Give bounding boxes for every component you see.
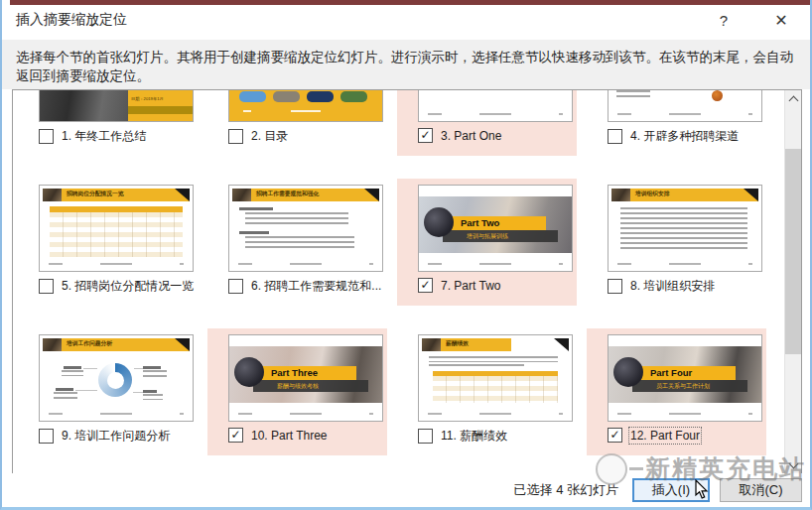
- thumb-text-lines: [429, 364, 524, 366]
- thumb-title: 招聘岗位分配情况一览: [67, 191, 124, 196]
- slide-thumbnail-3[interactable]: [418, 89, 573, 122]
- slide-cell-4[interactable]: 4. 开辟多种招聘渠道: [587, 89, 766, 156]
- thumb-text-lines: [620, 207, 747, 250]
- slide-label-5[interactable]: 5. 招聘岗位分配情况一览: [62, 278, 194, 295]
- thumb-table-body: [433, 376, 558, 403]
- thumb-art: 招聘工作需要规范和强化: [229, 186, 382, 271]
- close-icon[interactable]: ✕: [766, 9, 796, 33]
- thumb-connector: [75, 390, 97, 391]
- thumb-art: Part Two 培训与拓展训练: [419, 186, 572, 271]
- slide-cell-6[interactable]: 招聘工作需要规范和强化 6. 招聘工作需要规范和...: [207, 179, 387, 306]
- thumb-corner-triangle: [175, 338, 190, 351]
- thumb-callout-text: [54, 392, 77, 401]
- thumb-section-title: Part Four: [628, 366, 736, 380]
- slide-label-11[interactable]: 11. 薪酬绩效: [441, 428, 507, 445]
- scrollbar-thumb[interactable]: [785, 149, 802, 354]
- thumb-photo: [43, 189, 62, 201]
- slide-thumbnail-6[interactable]: 招聘工作需要规范和强化: [228, 185, 383, 272]
- thumb-tab: [307, 91, 334, 102]
- thumb-photo: [43, 338, 62, 351]
- slide-cell-11[interactable]: 薪酬绩效 11. 薪酬绩效: [397, 328, 577, 455]
- thumb-tab: [340, 91, 367, 102]
- slide-checkbox-2[interactable]: [228, 129, 243, 144]
- slide-checkbox-1[interactable]: [39, 129, 54, 144]
- thumb-connector: [134, 368, 143, 369]
- thumb-text-lines: [245, 212, 348, 226]
- slide-cell-5[interactable]: 招聘岗位分配情况一览 5. 招聘岗位分配情况一览: [18, 179, 198, 306]
- slide-checkbox-10[interactable]: ✓: [228, 428, 243, 443]
- scroll-up-button[interactable]: [785, 90, 802, 107]
- thumb-date-text: 日期：2019年1月: [131, 96, 166, 102]
- slide-thumbnail-4[interactable]: [608, 89, 762, 122]
- slide-cell-9[interactable]: 培训工作问题分析: [18, 328, 198, 455]
- slide-thumbnail-1[interactable]: 日期：2019年1月: [39, 89, 194, 122]
- slide-thumbnail-5[interactable]: 招聘岗位分配情况一览: [39, 185, 194, 272]
- slide-checkbox-6[interactable]: [228, 279, 243, 294]
- slide-checkbox-4[interactable]: [608, 129, 622, 144]
- slide-cell-8[interactable]: 培训组织安排 8. 培训组织安排: [587, 179, 766, 306]
- thumb-badge: [712, 90, 723, 101]
- slide-checkbox-3[interactable]: ✓: [418, 128, 433, 143]
- slide-cell-12[interactable]: Part Four 员工关系与工作计划 ✓ 12. Part Four: [587, 328, 766, 455]
- slide-label-4[interactable]: 4. 开辟多种招聘渠道: [630, 128, 739, 145]
- thumb-corner-triangle: [744, 189, 758, 201]
- slide-label-8[interactable]: 8. 培训组织安排: [630, 278, 715, 295]
- thumb-callout-text: [62, 370, 83, 376]
- slide-checkbox-5[interactable]: [39, 279, 54, 294]
- thumb-footer: [617, 113, 752, 115]
- thumb-art: [419, 89, 572, 121]
- slide-checkbox-7[interactable]: ✓: [418, 278, 433, 293]
- thumb-art: Part Three 薪酬与绩效考核: [229, 335, 382, 421]
- slide-thumbnail-9[interactable]: 培训工作问题分析: [39, 334, 194, 422]
- thumb-stripe: [128, 106, 193, 114]
- slide-thumbnail-10[interactable]: Part Three 薪酬与绩效考核: [228, 334, 383, 422]
- cancel-button[interactable]: 取消(C): [720, 478, 802, 502]
- thumb-section-subtitle: 员工关系与工作计划: [632, 380, 747, 392]
- vertical-scrollbar[interactable]: [784, 90, 801, 474]
- thumb-corner-triangle: [364, 189, 379, 201]
- thumb-photo: [422, 338, 441, 351]
- slide-checkbox-8[interactable]: [608, 279, 622, 294]
- thumb-header: 招聘工作需要规范和强化: [232, 189, 379, 201]
- thumb-connector: [83, 368, 97, 369]
- slide-cell-3[interactable]: ✓ 3. Part One: [397, 89, 577, 156]
- help-icon[interactable]: ?: [709, 9, 739, 33]
- slide-label-6[interactable]: 6. 招聘工作需要规范和...: [251, 278, 381, 295]
- slide-grid: 日期：2019年1月 1. 年终工作总结: [18, 89, 766, 455]
- slide-checkbox-9[interactable]: [39, 429, 54, 444]
- slide-thumbnail-12[interactable]: Part Four 员工关系与工作计划: [608, 334, 762, 422]
- slide-thumbnail-2[interactable]: [228, 89, 383, 122]
- slide-thumbnail-11[interactable]: 薪酬绩效: [418, 334, 573, 422]
- thumb-donut-hole: [107, 372, 124, 389]
- scroll-down-button[interactable]: [785, 457, 802, 474]
- slide-cell-2[interactable]: 2. 目录: [207, 89, 387, 156]
- thumb-title: 培训组织安排: [635, 191, 670, 196]
- slide-label-9[interactable]: 9. 培训工作问题分析: [62, 428, 170, 445]
- slide-checkbox-12[interactable]: ✓: [608, 428, 622, 443]
- slide-label-3[interactable]: 3. Part One: [441, 129, 501, 143]
- slide-label-1[interactable]: 1. 年终工作总结: [62, 128, 146, 145]
- slide-label-12[interactable]: 12. Part Four: [630, 429, 700, 443]
- thumb-tab: [273, 91, 300, 102]
- thumb-corner-triangle: [175, 189, 190, 201]
- slide-thumbnail-8[interactable]: 培训组织安排: [608, 185, 762, 272]
- thumb-donut-chart: [98, 363, 132, 397]
- thumb-section-title: Part Two: [439, 216, 546, 230]
- slide-label-7[interactable]: 7. Part Two: [441, 279, 500, 293]
- thumb-heading-line: [239, 231, 269, 234]
- slide-label-10[interactable]: 10. Part Three: [251, 429, 328, 443]
- slide-thumbnail-7[interactable]: Part Two 培训与拓展训练: [418, 185, 573, 272]
- thumb-art: 日期：2019年1月: [40, 89, 193, 121]
- thumb-photo: [232, 189, 251, 201]
- thumb-footer: [617, 413, 752, 415]
- thumb-tab: [239, 91, 266, 102]
- thumb-footer: [428, 263, 563, 265]
- slide-cell-1[interactable]: 日期：2019年1月 1. 年终工作总结: [18, 89, 198, 156]
- slide-cell-7[interactable]: Part Two 培训与拓展训练 ✓ 7. Part Two: [397, 179, 577, 306]
- thumb-title: 招聘工作需要规范和强化: [256, 191, 319, 196]
- slide-label-2[interactable]: 2. 目录: [251, 128, 288, 145]
- thumb-header: 培训工作问题分析: [43, 338, 190, 351]
- thumb-callout-title: [143, 390, 157, 393]
- slide-checkbox-11[interactable]: [418, 429, 433, 444]
- slide-cell-10[interactable]: Part Three 薪酬与绩效考核 ✓ 10. Part Three: [207, 328, 387, 455]
